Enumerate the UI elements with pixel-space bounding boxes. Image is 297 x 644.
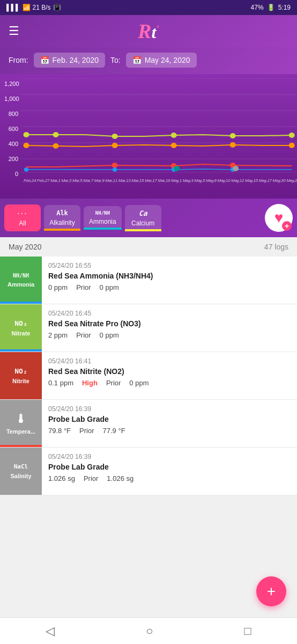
nav-recent-button[interactable]: □	[234, 620, 262, 642]
nitrite-high-label: High	[82, 379, 98, 387]
svg-point-10	[171, 133, 177, 138]
svg-point-11	[230, 133, 236, 138]
app-header: ☰ Rt°	[0, 15, 297, 47]
tab-ammonia-icon: NH/NH	[95, 210, 110, 216]
nitrite-icon-text: NO₂	[14, 367, 27, 376]
to-label: To:	[110, 56, 121, 64]
nitrite-icon-bar	[0, 397, 42, 399]
battery-icon: 🔋	[267, 4, 275, 11]
tab-alkalinity-icon: Alk	[56, 209, 68, 217]
nitrite-value: 0.1 ppm	[48, 379, 73, 387]
temperature-icon-text: 🌡	[15, 412, 27, 426]
tab-alkalinity[interactable]: Alk Alkalinity	[44, 205, 80, 231]
temperature-prior-value: 77.9 °F	[103, 427, 125, 435]
nitrite-icon-label: Nitrite	[12, 378, 29, 384]
log-item-nitrate[interactable]: NO₃ Nitrate 05/24/20 16:45 Red Sea Nitra…	[0, 304, 297, 352]
log-count: 47 logs	[264, 243, 288, 251]
status-right: 47% 🔋 5:19	[251, 4, 291, 11]
ammonia-icon-bar	[0, 302, 42, 304]
nitrate-value: 2 ppm	[48, 331, 68, 339]
favorites-button[interactable]: ♥ +	[265, 204, 293, 232]
nitrate-datetime: 05/24/20 16:45	[48, 310, 291, 317]
nitrite-title: Red Sea Nitrite (NO2)	[48, 367, 291, 376]
tab-ammonia[interactable]: NH/NH Ammonia	[84, 206, 122, 230]
tab-all-icon: ···	[17, 209, 27, 218]
menu-button[interactable]: ☰	[9, 24, 19, 38]
clock: 5:19	[278, 4, 291, 11]
tab-alkalinity-label: Alkalinity	[49, 219, 75, 226]
salinity-datetime: 05/24/20 16:39	[48, 453, 291, 460]
salinity-log-content: 05/24/20 16:39 Probe Lab Grade 1.026 sg …	[42, 448, 297, 495]
nitrite-values: 0.1 ppm High Prior 0 ppm	[48, 379, 291, 387]
temperature-icon-label: Tempera...	[6, 428, 35, 435]
svg-point-13	[24, 143, 29, 148]
tab-calcium-bar	[125, 229, 161, 231]
log-item-salinity[interactable]: NaCl Salinity 05/24/20 16:39 Probe Lab G…	[0, 448, 297, 495]
nitrate-title: Red Sea Nitrate Pro (NO3)	[48, 319, 291, 328]
ammonia-value: 0 ppm	[48, 283, 68, 291]
temperature-datetime: 05/24/20 16:39	[48, 405, 291, 413]
nitrate-prior-label: Prior	[76, 331, 91, 339]
salinity-prior-label: Prior	[84, 474, 98, 482]
bottom-navigation: ◁ ○ □	[0, 617, 297, 644]
log-item-ammonia[interactable]: NH/NH Ammonia 05/24/20 16:55 Red Sea Amm…	[0, 257, 297, 304]
nitrate-icon-bar	[0, 349, 42, 352]
svg-point-23	[113, 167, 117, 172]
fab-add-button[interactable]: +	[256, 576, 286, 606]
ammonia-icon-text: NH/NH	[13, 273, 29, 279]
ammonia-log-content: 05/24/20 16:55 Red Sea Ammonia (NH3/NH4)…	[42, 257, 297, 304]
salinity-icon-label: Salinity	[10, 473, 31, 479]
salinity-value: 1.026 sg	[48, 474, 75, 482]
nitrate-log-content: 05/24/20 16:45 Red Sea Nitrate Pro (NO3)…	[42, 304, 297, 352]
log-icon-temperature: 🌡 Tempera...	[0, 400, 42, 447]
date-range-bar: From: 📅 Feb. 24, 2020 To: 📅 May 24, 2020	[0, 47, 297, 74]
y-axis-left: 1,200 1,000 800 600 400 200 0	[0, 78, 20, 199]
signal-icon: ▌▌▌	[6, 4, 20, 11]
chart-svg: Feb,24 Feb,27 Mar,1 Mar,3 Mar,5 Mar,7 Ma…	[20, 78, 297, 199]
tab-all-label: All	[19, 219, 26, 227]
to-date-value: May 24, 2020	[145, 56, 190, 64]
x-axis-labels: Feb,24 Feb,27 Mar,1 Mar,3 Mar,5 Mar,7 Ma…	[20, 177, 297, 199]
temperature-title: Probe Lab Grade	[48, 415, 291, 423]
temperature-icon-bar	[0, 445, 42, 447]
category-tabs: ··· All Alk Alkalinity NH/NH Ammonia Ca …	[0, 199, 297, 237]
nitrate-icon-text: NO₃	[14, 319, 27, 328]
nitrate-prior-value: 0 ppm	[100, 331, 119, 339]
tab-ammonia-bar	[84, 228, 122, 230]
from-date-picker[interactable]: 📅 Feb. 24, 2020	[34, 53, 105, 68]
ammonia-values: 0 ppm Prior 0 ppm	[48, 283, 291, 291]
log-item-nitrite[interactable]: NO₂ Nitrite 05/24/20 16:41 Red Sea Nitri…	[0, 352, 297, 400]
nitrite-log-content: 05/24/20 16:41 Red Sea Nitrite (NO2) 0.1…	[42, 352, 297, 399]
nav-back-button[interactable]: ◁	[35, 620, 65, 642]
svg-point-15	[112, 143, 118, 148]
tab-all[interactable]: ··· All	[4, 204, 41, 231]
svg-point-14	[53, 143, 59, 149]
to-date-picker[interactable]: 📅 May 24, 2020	[126, 53, 197, 68]
svg-point-8	[53, 132, 59, 137]
svg-point-9	[112, 134, 118, 139]
vibrate-icon: 📳	[53, 4, 61, 11]
svg-point-16	[171, 143, 177, 148]
svg-point-17	[230, 142, 236, 148]
nitrite-prior-label: Prior	[106, 379, 121, 387]
ammonia-icon-label: Ammonia	[8, 281, 34, 288]
status-left: ▌▌▌ 📶 21 B/s 📳	[6, 4, 61, 11]
log-icon-nitrite: NO₂ Nitrite	[0, 352, 42, 399]
nitrite-prior-value: 0 ppm	[129, 379, 148, 387]
app-logo: Rt°	[138, 19, 159, 43]
svg-point-27	[233, 166, 239, 171]
log-item-temperature[interactable]: 🌡 Tempera... 05/24/20 16:39 Probe Lab Gr…	[0, 400, 297, 448]
ammonia-prior-value: 0 ppm	[100, 283, 119, 291]
temperature-prior-label: Prior	[79, 427, 94, 435]
svg-point-12	[289, 133, 295, 138]
temperature-log-content: 05/24/20 16:39 Probe Lab Grade 79.8 °F P…	[42, 400, 297, 447]
nav-home-button[interactable]: ○	[135, 620, 164, 642]
tab-ammonia-label: Ammonia	[89, 218, 116, 225]
salinity-icon-bar	[0, 493, 42, 495]
salinity-values: 1.026 sg Prior 1.026 sg	[48, 474, 291, 482]
ammonia-datetime: 05/24/20 16:55	[48, 262, 291, 269]
from-label: From:	[9, 56, 28, 64]
wifi-icon: 📶	[23, 4, 31, 11]
salinity-icon-text: NaCl	[14, 463, 28, 470]
tab-calcium[interactable]: Ca Calcium	[125, 205, 161, 231]
